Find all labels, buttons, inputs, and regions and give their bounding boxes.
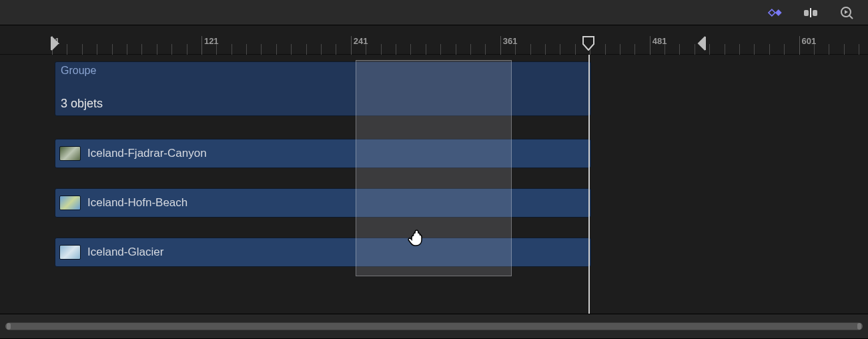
ruler-minor-tick: [769, 44, 770, 55]
horizontal-scrollbar[interactable]: [0, 314, 868, 339]
ruler-minor-tick: [470, 44, 471, 55]
ruler-minor-tick: [844, 44, 845, 55]
ruler-minor-tick: [456, 44, 456, 55]
ruler-minor-tick: [157, 44, 157, 55]
out-point-marker[interactable]: [697, 36, 706, 51]
clip-label: Iceland-Glacier: [87, 246, 163, 259]
ruler-minor-tick: [695, 44, 695, 55]
clip-label: Iceland-Fjadrar-Canyon: [87, 147, 207, 160]
svg-rect-2: [810, 8, 811, 17]
svg-rect-0: [804, 10, 809, 16]
ruler-minor-tick: [709, 44, 710, 55]
ruler-major-tick: [650, 36, 650, 55]
ruler-minor-tick: [739, 44, 740, 55]
svg-line-4: [849, 15, 853, 19]
ruler-minor-tick: [396, 44, 396, 55]
time-ruler[interactable]: 1121241361481601: [0, 25, 868, 55]
ruler-minor-tick: [545, 44, 546, 55]
playhead[interactable]: [588, 55, 590, 314]
ruler-minor-tick: [575, 44, 576, 55]
ruler-major-tick: [351, 36, 352, 55]
media-clip[interactable]: Iceland-Fjadrar-Canyon: [55, 139, 591, 168]
clip-thumbnail: [59, 245, 81, 260]
media-clip[interactable]: Iceland-Glacier: [55, 238, 591, 267]
ruler-label: 361: [503, 36, 518, 46]
ruler-minor-tick: [634, 44, 635, 55]
ruler-minor-tick: [829, 44, 829, 55]
scrollbar-grip-left[interactable]: [7, 323, 11, 330]
ruler-minor-tick: [82, 44, 83, 55]
ruler-minor-tick: [679, 44, 680, 55]
ruler-major-tick: [201, 36, 202, 55]
ruler-minor-tick: [187, 44, 187, 55]
ruler-minor-tick: [306, 44, 307, 55]
ruler-minor-tick: [859, 44, 859, 55]
clip-thumbnail: [59, 196, 81, 210]
group-clip[interactable]: Groupe 3 objets: [55, 61, 591, 116]
ruler-minor-tick: [246, 44, 247, 55]
ruler-minor-tick: [291, 44, 292, 55]
ruler-minor-tick: [410, 44, 411, 55]
ruler-major-tick: [799, 36, 800, 55]
ruler-label: 121: [204, 36, 219, 46]
ruler-minor-tick: [530, 44, 531, 55]
ruler-minor-tick: [754, 44, 755, 55]
tracks-container: Groupe 3 objets Iceland-Fjadrar-CanyonIc…: [0, 55, 868, 314]
ruler-minor-tick: [67, 44, 67, 55]
ruler-minor-tick: [141, 44, 142, 55]
ruler-minor-tick: [97, 44, 97, 55]
ruler-minor-tick: [232, 44, 232, 55]
in-point-marker[interactable]: [51, 36, 60, 51]
keyframe-editor-icon[interactable]: [765, 7, 784, 19]
ruler-minor-tick: [784, 44, 785, 55]
clip-label: Iceland-Hofn-Beach: [87, 196, 187, 210]
ruler-minor-tick: [485, 44, 486, 55]
ruler-minor-tick: [426, 44, 426, 55]
scrollbar-track[interactable]: [5, 322, 863, 330]
ruler-label: 241: [354, 36, 368, 46]
svg-rect-1: [813, 10, 817, 16]
ruler-minor-tick: [171, 44, 172, 55]
marker-tool-icon[interactable]: [801, 7, 820, 19]
ruler-minor-tick: [620, 44, 620, 55]
ruler-minor-tick: [321, 44, 322, 55]
clip-thumbnail: [59, 146, 81, 161]
scrollbar-thumb[interactable]: [5, 323, 863, 330]
playhead-handle[interactable]: [582, 36, 594, 51]
ruler-minor-tick: [261, 44, 262, 55]
group-title: Groupe: [61, 65, 96, 77]
ruler-minor-tick: [127, 44, 127, 55]
timeline-toolbar: [0, 0, 868, 25]
ruler-major-tick: [500, 36, 501, 55]
ruler-label: 601: [802, 36, 817, 46]
ruler-minor-tick: [560, 44, 560, 55]
ruler-minor-tick: [112, 44, 113, 55]
preview-play-icon[interactable]: [837, 7, 856, 19]
group-subtitle: 3 objets: [61, 97, 103, 111]
ruler-minor-tick: [605, 44, 606, 55]
scrollbar-grip-right[interactable]: [857, 323, 861, 330]
ruler-minor-tick: [440, 44, 441, 55]
ruler-minor-tick: [381, 44, 382, 55]
ruler-minor-tick: [336, 44, 336, 55]
ruler-minor-tick: [276, 44, 277, 55]
ruler-label: 481: [653, 36, 667, 46]
ruler-minor-tick: [725, 44, 725, 55]
timeline-panel: 1121241361481601 Groupe 3 objets Iceland…: [0, 25, 868, 314]
media-clip[interactable]: Iceland-Hofn-Beach: [55, 188, 591, 218]
